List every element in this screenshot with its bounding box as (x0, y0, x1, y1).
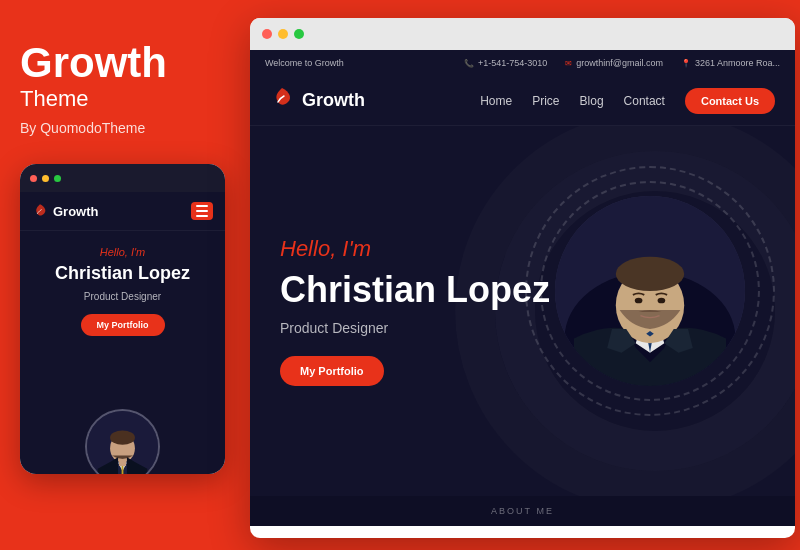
hero-text: Hello, I'm Christian Lopez Product Desig… (280, 236, 765, 386)
hero-name: Christian Lopez (280, 270, 765, 310)
brand-title: Growth (20, 40, 225, 86)
mobile-portrait-area (20, 409, 225, 474)
mobile-logo: Growth (32, 203, 99, 219)
hero-hello: Hello, I'm (280, 236, 765, 262)
svg-point-3 (110, 431, 135, 445)
mobile-dot-green[interactable] (54, 175, 61, 182)
mobile-nav: Growth (20, 192, 225, 231)
desktop-top-bar (250, 18, 795, 50)
mobile-hero: Hello, I'm Christian Lopez Product Desig… (20, 231, 225, 474)
info-email: ✉ growthinf@gmail.com (565, 58, 663, 68)
desktop-leaf-icon (270, 86, 294, 115)
left-panel: Growth Theme By QuomodoTheme Growth (0, 0, 245, 550)
brand-subtitle: Theme (20, 86, 225, 112)
desktop-content: Welcome to Growth 📞 +1-541-754-3010 ✉ gr… (250, 50, 795, 538)
info-bar: Welcome to Growth 📞 +1-541-754-3010 ✉ gr… (250, 50, 795, 76)
mobile-top-bar (20, 164, 225, 192)
info-phone: 📞 +1-541-754-3010 (464, 58, 547, 68)
mobile-portrait (85, 409, 160, 474)
mobile-logo-text: Growth (53, 204, 99, 219)
mobile-dot-red[interactable] (30, 175, 37, 182)
mobile-menu-button[interactable] (191, 202, 213, 220)
hamburger-line (196, 210, 208, 212)
mobile-name: Christian Lopez (55, 263, 190, 285)
brand-author: By QuomodoTheme (20, 120, 225, 136)
desktop-logo-text: Growth (302, 90, 365, 111)
desktop-bottom-bar: ABOUT ME (250, 496, 795, 526)
desktop-nav: Growth Home Price Blog Contact Contact U… (250, 76, 795, 126)
leaf-icon (32, 203, 48, 219)
svg-rect-4 (119, 459, 126, 466)
desktop-dot-yellow[interactable] (278, 29, 288, 39)
about-label: ABOUT ME (491, 506, 554, 516)
desktop-logo: Growth (270, 86, 365, 115)
nav-home[interactable]: Home (480, 94, 512, 108)
hero-role: Product Designer (280, 320, 765, 336)
hamburger-line (196, 205, 208, 207)
nav-blog[interactable]: Blog (580, 94, 604, 108)
mobile-dot-yellow[interactable] (42, 175, 49, 182)
desktop-hero: Hello, I'm Christian Lopez Product Desig… (250, 126, 795, 496)
phone-icon: 📞 (464, 59, 474, 68)
nav-contact[interactable]: Contact (624, 94, 665, 108)
info-welcome: Welcome to Growth (265, 58, 344, 68)
mobile-portfolio-button[interactable]: My Portfolio (81, 314, 165, 336)
hamburger-line (196, 215, 208, 217)
desktop-dot-red[interactable] (262, 29, 272, 39)
desktop-mockup: Welcome to Growth 📞 +1-541-754-3010 ✉ gr… (250, 18, 795, 538)
contact-us-button[interactable]: Contact Us (685, 88, 775, 114)
nav-price[interactable]: Price (532, 94, 559, 108)
location-icon: 📍 (681, 59, 691, 68)
info-address: 📍 3261 Anmoore Roa... (681, 58, 780, 68)
mobile-content: Growth Hello, I'm Christian Lopez Produc… (20, 192, 225, 474)
email-icon: ✉ (565, 59, 572, 68)
mobile-mockup: Growth Hello, I'm Christian Lopez Produc… (20, 164, 225, 474)
desktop-dot-green[interactable] (294, 29, 304, 39)
mobile-role: Product Designer (84, 291, 161, 302)
desktop-nav-links: Home Price Blog Contact Contact Us (480, 88, 775, 114)
mobile-hello: Hello, I'm (100, 246, 146, 258)
portfolio-button[interactable]: My Portfolio (280, 356, 384, 386)
